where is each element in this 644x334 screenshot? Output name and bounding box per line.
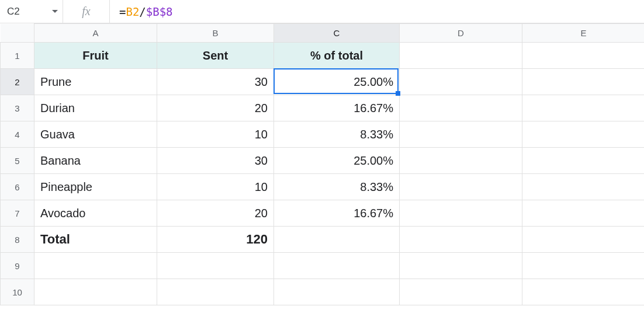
name-box-text: C2 xyxy=(7,6,20,18)
cell-D9[interactable] xyxy=(400,253,522,279)
row-header-5[interactable]: 5 xyxy=(1,148,34,174)
cell-C5[interactable]: 25.00% xyxy=(274,148,400,174)
cell-E8[interactable] xyxy=(522,227,645,253)
cell-C7[interactable]: 16.67% xyxy=(274,200,400,227)
cell-C1[interactable]: % of total xyxy=(274,43,400,69)
cell-A2[interactable]: Prune xyxy=(34,69,157,95)
cell-D1[interactable] xyxy=(400,43,522,69)
formula-op: / xyxy=(139,5,146,18)
cell-E1[interactable] xyxy=(522,43,645,69)
cell-E7[interactable] xyxy=(522,200,645,227)
cell-D3[interactable] xyxy=(400,95,522,121)
cell-E6[interactable] xyxy=(522,174,645,200)
formula-eq: = xyxy=(119,5,126,18)
cell-B5[interactable]: 30 xyxy=(157,148,274,174)
cell-C4[interactable]: 8.33% xyxy=(274,121,400,148)
cell-E5[interactable] xyxy=(522,148,645,174)
cell-A4[interactable]: Guava xyxy=(34,121,157,148)
formula-ref-b2: B2 xyxy=(126,5,139,18)
fx-label: fx xyxy=(63,0,110,23)
cell-C9[interactable] xyxy=(274,253,400,279)
row-header-9[interactable]: 9 xyxy=(1,253,34,279)
cell-A8[interactable]: Total xyxy=(34,227,157,253)
cell-A6[interactable]: Pineapple xyxy=(34,174,157,200)
row-header-10[interactable]: 10 xyxy=(1,279,34,305)
col-header-B[interactable]: B xyxy=(157,24,274,43)
cell-B10[interactable] xyxy=(157,279,274,305)
cell-E3[interactable] xyxy=(522,95,645,121)
cell-C10[interactable] xyxy=(274,279,400,305)
formula-input[interactable]: = B2 / $B$8 xyxy=(110,0,644,23)
cell-D4[interactable] xyxy=(400,121,522,148)
dropdown-icon[interactable] xyxy=(52,10,58,13)
cell-A7[interactable]: Avocado xyxy=(34,200,157,227)
cell-A3[interactable]: Durian xyxy=(34,95,157,121)
cell-B7[interactable]: 20 xyxy=(157,200,274,227)
col-header-C[interactable]: C xyxy=(274,24,400,43)
cell-A1[interactable]: Fruit xyxy=(34,43,157,69)
col-header-E[interactable]: E xyxy=(522,24,645,43)
row-header-7[interactable]: 7 xyxy=(1,200,34,227)
cell-C3[interactable]: 16.67% xyxy=(274,95,400,121)
cell-B4[interactable]: 10 xyxy=(157,121,274,148)
cell-C6[interactable]: 8.33% xyxy=(274,174,400,200)
cell-B9[interactable] xyxy=(157,253,274,279)
col-header-D[interactable]: D xyxy=(400,24,522,43)
cell-E2[interactable] xyxy=(522,69,645,95)
cell-D10[interactable] xyxy=(400,279,522,305)
cell-D6[interactable] xyxy=(400,174,522,200)
grid-wrap: A B C D E 1 Fruit Sent % of total 2 Prun… xyxy=(0,23,644,305)
cell-B2[interactable]: 30 xyxy=(157,69,274,95)
cell-A10[interactable] xyxy=(34,279,157,305)
cell-D8[interactable] xyxy=(400,227,522,253)
cell-E10[interactable] xyxy=(522,279,645,305)
formula-ref-b8: $B$8 xyxy=(146,5,173,18)
row-header-3[interactable]: 3 xyxy=(1,95,34,121)
formula-bar: C2 fx = B2 / $B$8 xyxy=(0,0,644,23)
cell-E9[interactable] xyxy=(522,253,645,279)
row-header-4[interactable]: 4 xyxy=(1,121,34,148)
cell-B8[interactable]: 120 xyxy=(157,227,274,253)
row-header-1[interactable]: 1 xyxy=(1,43,34,69)
row-header-8[interactable]: 8 xyxy=(1,227,34,253)
cell-C2[interactable]: 25.00% xyxy=(274,69,400,95)
spreadsheet-grid[interactable]: A B C D E 1 Fruit Sent % of total 2 Prun… xyxy=(0,23,644,305)
cell-A9[interactable] xyxy=(34,253,157,279)
cell-A5[interactable]: Banana xyxy=(34,148,157,174)
cell-D7[interactable] xyxy=(400,200,522,227)
row-header-2[interactable]: 2 xyxy=(1,69,34,95)
cell-D5[interactable] xyxy=(400,148,522,174)
select-all-corner[interactable] xyxy=(1,24,34,43)
col-header-A[interactable]: A xyxy=(34,24,157,43)
cell-B6[interactable]: 10 xyxy=(157,174,274,200)
cell-B3[interactable]: 20 xyxy=(157,95,274,121)
cell-C8[interactable] xyxy=(274,227,400,253)
cell-E4[interactable] xyxy=(522,121,645,148)
row-header-6[interactable]: 6 xyxy=(1,174,34,200)
cell-B1[interactable]: Sent xyxy=(157,43,274,69)
cell-D2[interactable] xyxy=(400,69,522,95)
name-box[interactable]: C2 xyxy=(0,0,63,23)
